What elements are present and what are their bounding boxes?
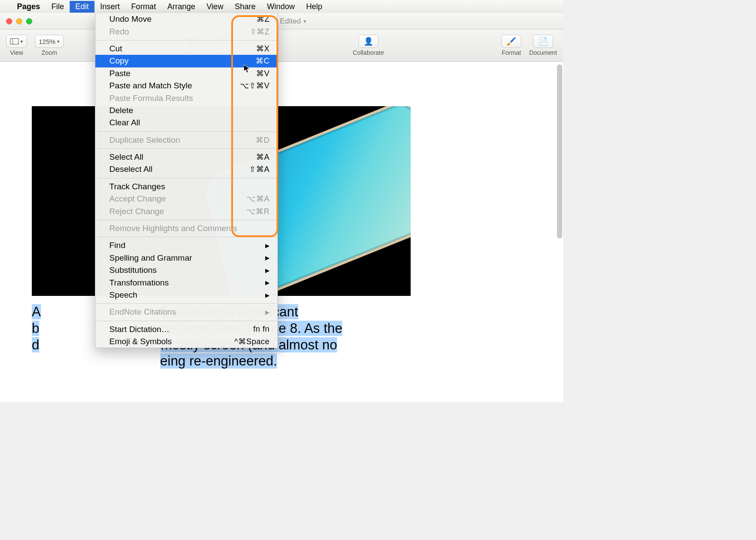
menu-item-label: Paste Formula Results	[109, 94, 270, 103]
menu-item-speech[interactable]: Speech▶	[95, 289, 277, 301]
menu-item-label: Paste and Match Style	[109, 81, 240, 91]
submenu-arrow-icon: ▶	[265, 309, 270, 315]
text-frag: eing re-engineered.	[160, 353, 277, 369]
menu-format[interactable]: Format	[125, 1, 162, 13]
menu-item-label: EndNote Citations	[109, 307, 265, 317]
zoom-select[interactable]: 125% ▾	[35, 35, 64, 48]
edit-menu-dropdown: Undo Move⌘ZRedo⇧⌘ZCut⌘XCopy⌘CPaste⌘VPast…	[95, 13, 278, 348]
menu-item-transformations[interactable]: Transformations▶	[95, 276, 277, 288]
menu-item-paste[interactable]: Paste⌘V	[95, 67, 277, 80]
menu-item-label: Reject Change	[109, 207, 246, 216]
menu-share[interactable]: Share	[229, 1, 261, 13]
menu-item-remove-highlights-and-comments: Remove Highlights and Comments	[95, 222, 277, 235]
zoom-label: Zoom	[41, 49, 57, 56]
menu-item-label: Delete	[109, 106, 270, 115]
menu-item-duplicate-selection: Duplicate Selection⌘D	[95, 134, 277, 146]
menu-item-shortcut: ⌘V	[256, 69, 270, 78]
menu-item-shortcut: ⌘C	[256, 56, 270, 66]
window-controls	[0, 18, 32, 24]
person-add-icon: 👤	[364, 37, 373, 46]
close-button[interactable]	[6, 18, 12, 24]
submenu-arrow-icon: ▶	[265, 279, 270, 286]
menu-item-label: Duplicate Selection	[109, 135, 256, 145]
document-button[interactable]: 📄	[533, 35, 553, 48]
menu-item-label: Deselect All	[109, 164, 249, 174]
menu-item-deselect-all[interactable]: Deselect All⇧⌘A	[95, 163, 277, 175]
zoom-value: 125%	[39, 38, 55, 45]
menu-view[interactable]: View	[201, 1, 229, 13]
menu-app[interactable]: Pages	[11, 1, 46, 13]
vertical-scrollbar[interactable]	[557, 64, 562, 238]
menu-item-shortcut: ⌥⌘R	[246, 207, 270, 216]
menu-item-label: Undo Move	[109, 14, 256, 24]
menu-item-paste-and-match-style[interactable]: Paste and Match Style⌥⇧⌘V	[95, 80, 277, 92]
menu-item-label: Spelling and Grammar	[109, 253, 265, 263]
view-label: View	[10, 49, 23, 56]
menu-file[interactable]: File	[46, 1, 70, 13]
menu-window[interactable]: Window	[261, 1, 300, 13]
menu-item-clear-all[interactable]: Clear All	[95, 117, 277, 129]
menu-item-spelling-and-grammar[interactable]: Spelling and Grammar▶	[95, 252, 277, 264]
submenu-arrow-icon: ▶	[265, 292, 270, 299]
collaborate-button[interactable]: 👤	[358, 35, 378, 48]
brush-icon: 🖌️	[506, 37, 516, 46]
document-area[interactable]: Axxxxxxxxxxxxxxxxxxe is facing a signifi…	[0, 62, 563, 402]
document-label: Document	[529, 49, 557, 56]
chevron-down-icon[interactable]: ▾	[304, 18, 306, 24]
menu-item-paste-formula-results: Paste Formula Results	[95, 92, 277, 104]
menu-item-substitutions[interactable]: Substitutions▶	[95, 264, 277, 276]
minimize-button[interactable]	[16, 18, 22, 24]
menu-edit[interactable]: Edit	[70, 1, 94, 13]
menu-item-label: Copy	[109, 56, 256, 66]
toolbar-document: 📄 Document	[529, 35, 557, 56]
menu-item-shortcut: ⌥⇧⌘V	[240, 81, 270, 91]
menu-separator	[95, 178, 277, 178]
menu-item-undo-move[interactable]: Undo Move⌘Z	[95, 13, 277, 25]
menu-item-label: Track Changes	[109, 182, 270, 191]
menu-bar: Pages File Edit Insert Format Arrange Vi…	[0, 0, 563, 13]
menu-insert[interactable]: Insert	[94, 1, 125, 13]
title-bar: e 8 — Edited ▾	[0, 13, 563, 30]
menu-item-cut[interactable]: Cut⌘X	[95, 43, 277, 55]
toolbar-format: 🖌️ Format	[501, 35, 521, 56]
chevron-down-icon: ▾	[20, 39, 23, 44]
menu-item-label: Speech	[109, 290, 265, 300]
format-button[interactable]: 🖌️	[501, 35, 521, 48]
toolbar-collaborate: 👤 Collaborate	[353, 35, 384, 56]
text-frag: A	[32, 304, 41, 319]
menu-item-shortcut: ^⌘Space	[234, 337, 270, 346]
menu-item-start-dictation[interactable]: Start Dictation…fn fn	[95, 323, 277, 335]
menu-arrange[interactable]: Arrange	[162, 1, 201, 13]
menu-item-label: Accept Change	[109, 194, 246, 204]
menu-item-shortcut: ⇧⌘Z	[250, 27, 270, 37]
menu-item-reject-change: Reject Change⌥⌘R	[95, 205, 277, 217]
text-frag: d	[32, 337, 39, 352]
menu-separator	[95, 131, 277, 132]
menu-item-delete[interactable]: Delete	[95, 104, 277, 117]
menu-separator	[95, 237, 277, 237]
menu-item-shortcut: ⌘Z	[256, 14, 270, 24]
menu-item-find[interactable]: Find▶	[95, 239, 277, 252]
menu-item-shortcut: ⌘D	[256, 135, 270, 145]
format-label: Format	[502, 49, 521, 56]
maximize-button[interactable]	[26, 18, 32, 24]
menu-item-copy[interactable]: Copy⌘C	[95, 55, 277, 67]
menu-help[interactable]: Help	[300, 1, 328, 13]
document-icon: 📄	[538, 37, 548, 46]
view-button[interactable]: ▾	[6, 35, 27, 48]
app-window: e 8 — Edited ▾ ▾ View 125% ▾ Zoom Media	[0, 13, 563, 402]
submenu-arrow-icon: ▶	[265, 255, 270, 261]
menu-separator	[95, 303, 277, 304]
menu-item-endnote-citations: EndNote Citations▶	[95, 306, 277, 318]
menu-item-track-changes[interactable]: Track Changes	[95, 181, 277, 193]
toolbar-zoom: 125% ▾ Zoom	[35, 35, 64, 56]
svg-rect-0	[10, 39, 19, 44]
collaborate-label: Collaborate	[353, 49, 384, 56]
text-frag: b	[32, 321, 39, 336]
menu-item-accept-change: Accept Change⌥⌘A	[95, 193, 277, 205]
menu-item-label: Clear All	[109, 118, 270, 127]
menu-item-select-all[interactable]: Select All⌘A	[95, 151, 277, 163]
menu-item-label: Cut	[109, 44, 256, 54]
chevron-down-icon: ▾	[57, 39, 60, 44]
menu-item-emoji-symbols[interactable]: Emoji & Symbols^⌘Space	[95, 335, 277, 348]
